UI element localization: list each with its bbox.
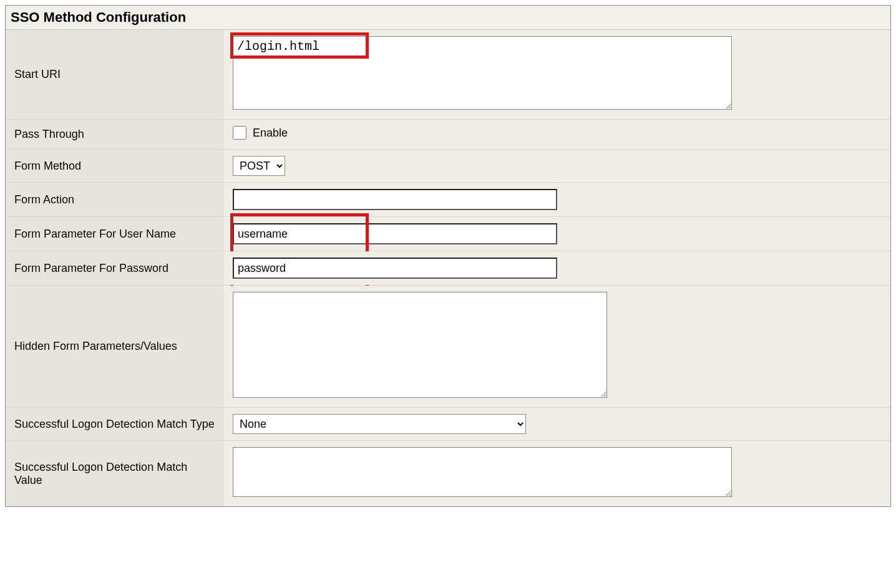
form-action-input[interactable] [233, 189, 557, 210]
row-pass-through: Pass Through Enable [6, 120, 890, 150]
label-form-param-pass: Form Parameter For Password [6, 251, 224, 286]
row-hidden-params: Hidden Form Parameters/Values [6, 286, 890, 408]
row-form-action: Form Action [6, 183, 890, 217]
label-hidden-params: Hidden Form Parameters/Values [6, 286, 224, 408]
label-start-uri: Start URI [6, 30, 224, 120]
row-form-param-pass: Form Parameter For Password [6, 251, 890, 286]
logon-match-value-input[interactable] [233, 447, 732, 497]
pass-through-checkbox[interactable] [233, 126, 246, 140]
row-start-uri: Start URI [6, 30, 890, 120]
config-table: Start URI Pass Through Enable Form Metho… [6, 30, 890, 506]
panel-title: SSO Method Configuration [6, 6, 890, 30]
label-form-action: Form Action [6, 183, 224, 217]
pass-through-checkbox-label: Enable [253, 127, 288, 140]
logon-match-type-select[interactable]: None [233, 414, 526, 434]
row-logon-match-type: Successful Logon Detection Match Type No… [6, 408, 890, 441]
form-param-pass-input[interactable] [233, 258, 557, 279]
form-param-user-input[interactable] [233, 223, 557, 244]
hidden-params-input[interactable] [233, 292, 607, 398]
label-logon-match-type: Successful Logon Detection Match Type [6, 408, 224, 441]
label-form-param-user: Form Parameter For User Name [6, 217, 224, 251]
label-pass-through: Pass Through [6, 120, 224, 150]
row-logon-match-value: Successful Logon Detection Match Value [6, 441, 890, 507]
label-form-method: Form Method [6, 150, 224, 183]
start-uri-input[interactable] [233, 36, 732, 110]
form-method-select[interactable]: POST [233, 156, 285, 176]
row-form-param-user: Form Parameter For User Name [6, 217, 890, 251]
sso-config-panel: SSO Method Configuration Start URI Pass … [5, 5, 891, 507]
label-logon-match-value: Successful Logon Detection Match Value [6, 441, 224, 507]
row-form-method: Form Method POST [6, 150, 890, 183]
